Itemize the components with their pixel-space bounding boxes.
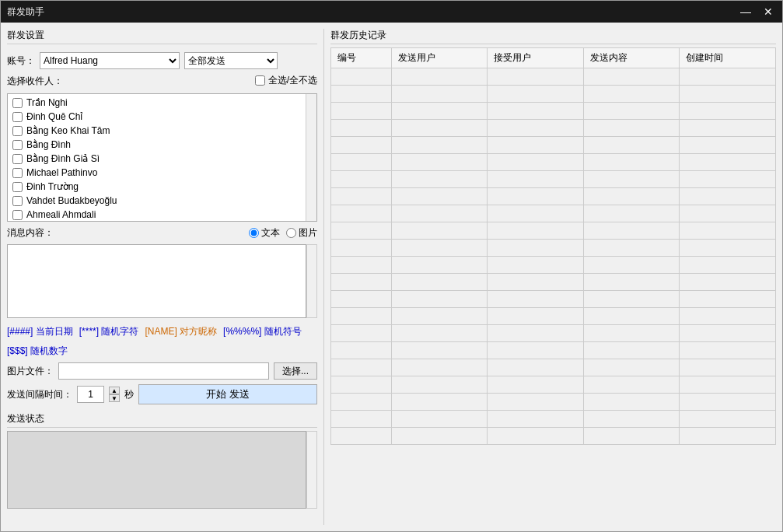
table-cell: [391, 68, 488, 86]
recipient-item: Vahdet Budakbeyoğlu: [8, 194, 306, 208]
table-cell: [488, 342, 584, 359]
table-cell: [583, 428, 680, 445]
tag-random-symbol[interactable]: [%%%%] 随机符号: [223, 325, 302, 338]
recipients-list-inner: Trần Nghi Đinh Quê Chỉ Bằng Keo Khai Tâm…: [8, 94, 316, 222]
recipient-checkbox[interactable]: [12, 140, 23, 150]
table-cell: [583, 222, 680, 240]
tag-random-number[interactable]: [$$$] 随机数字: [7, 345, 68, 358]
recipients-scrollbar[interactable]: [306, 94, 316, 221]
table-row: [331, 411, 776, 428]
left-panel: 群发设置 账号： Alfred Huang 全部发送仅发好友仅发群组 选择收件人…: [1, 23, 323, 531]
table-row: [331, 137, 776, 154]
start-send-button[interactable]: 开始 发送: [138, 384, 317, 404]
table-cell: [583, 257, 680, 274]
tag-random-char[interactable]: [****] 随机字符: [79, 325, 139, 338]
recipient-item: Bằng Đình Giả Sì: [8, 152, 306, 166]
recipient-checkbox[interactable]: [12, 168, 23, 178]
spinner-down[interactable]: ▼: [109, 394, 120, 402]
table-cell: [583, 342, 680, 359]
table-cell: [331, 205, 392, 222]
minimize-button[interactable]: —: [737, 5, 754, 18]
table-cell: [391, 411, 488, 428]
table-cell: [583, 205, 680, 222]
close-button[interactable]: ✕: [760, 5, 776, 18]
table-cell: [680, 291, 776, 308]
table-cell: [331, 240, 392, 257]
recipient-checkbox[interactable]: [12, 154, 23, 164]
table-row: [331, 257, 776, 274]
recipient-name: Bằng Đình: [26, 139, 71, 150]
radio-image[interactable]: [286, 228, 296, 238]
table-cell: [488, 308, 584, 325]
table-cell: [583, 376, 680, 394]
table-cell: [391, 222, 488, 240]
table-cell: [391, 257, 488, 274]
recipient-checkbox[interactable]: [12, 210, 23, 220]
table-row: [331, 359, 776, 376]
table-cell: [488, 240, 584, 257]
table-cell: [583, 411, 680, 428]
tag-date[interactable]: [####] 当前日期: [7, 325, 73, 338]
table-cell: [680, 171, 776, 188]
table-row: [331, 188, 776, 205]
table-cell: [488, 205, 584, 222]
table-row: [331, 240, 776, 257]
table-cell: [331, 154, 392, 171]
recipient-checkbox[interactable]: [12, 98, 23, 108]
recipient-name: Vahdet Budakbeyoğlu: [26, 195, 117, 206]
table-row: [331, 68, 776, 86]
table-header: 编号: [331, 48, 392, 68]
table-cell: [680, 394, 776, 411]
file-input[interactable]: [58, 362, 269, 380]
table-header-row: 编号发送用户接受用户发送内容创建时间: [331, 48, 776, 68]
table-cell: [391, 188, 488, 205]
table-cell: [583, 103, 680, 120]
table-row: [331, 325, 776, 342]
table-row: [331, 308, 776, 325]
table-cell: [331, 103, 392, 120]
tag-name[interactable]: [NAME] 对方昵称: [145, 325, 217, 338]
account-label: 账号：: [7, 54, 35, 68]
table-cell: [680, 376, 776, 394]
table-cell: [391, 428, 488, 445]
table-cell: [391, 274, 488, 291]
status-section: 发送状态: [7, 412, 317, 511]
select-all-checkbox[interactable]: [255, 75, 265, 86]
table-cell: [583, 308, 680, 325]
status-scrollbar[interactable]: [306, 431, 317, 509]
account-select[interactable]: Alfred Huang: [40, 52, 180, 69]
message-row: 消息内容： 文本 图片: [7, 226, 317, 240]
table-cell: [583, 137, 680, 154]
recipient-checkbox[interactable]: [12, 126, 23, 136]
table-cell: [488, 222, 584, 240]
send-settings-title: 群发设置: [7, 29, 317, 44]
title-bar: 群发助手 — ✕: [1, 1, 782, 23]
table-row: [331, 103, 776, 120]
recipient-checkbox[interactable]: [12, 196, 23, 206]
recipient-item: Đinh Trường: [8, 180, 306, 194]
choose-file-button[interactable]: 选择...: [274, 362, 317, 380]
table-cell: [391, 291, 488, 308]
radio-text-item: 文本: [249, 226, 280, 240]
interval-input[interactable]: [77, 386, 104, 403]
radio-group: 文本 图片: [249, 226, 317, 240]
table-cell: [680, 222, 776, 240]
table-cell: [488, 154, 584, 171]
table-cell: [331, 428, 392, 445]
status-wrapper: [7, 431, 317, 511]
account-row: 账号： Alfred Huang 全部发送仅发好友仅发群组: [7, 52, 317, 69]
message-textarea[interactable]: [7, 244, 306, 318]
table-row: [331, 86, 776, 103]
table-cell: [331, 342, 392, 359]
radio-text[interactable]: [249, 228, 259, 238]
recipient-checkbox[interactable]: [12, 182, 23, 192]
table-row: [331, 376, 776, 394]
send-type-select[interactable]: 全部发送仅发好友仅发群组: [184, 52, 278, 69]
recipient-checkbox[interactable]: [12, 112, 23, 122]
spinner-up[interactable]: ▲: [109, 387, 120, 394]
table-cell: [680, 308, 776, 325]
table-cell: [583, 359, 680, 376]
table-cell: [391, 86, 488, 103]
message-textarea-scrollbar[interactable]: [306, 244, 317, 318]
select-all-row: 全选/全不选: [255, 74, 317, 87]
